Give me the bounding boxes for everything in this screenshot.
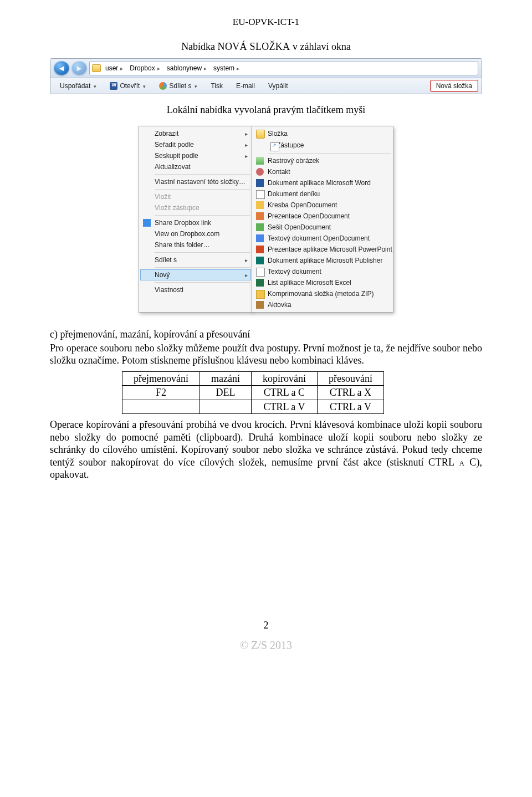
sub-pub[interactable]: Dokument aplikace Microsoft Publisher <box>253 255 392 266</box>
menu-properties[interactable]: Vlastnosti <box>140 284 251 295</box>
menu-dropbox-share[interactable]: Share Dropbox link <box>140 217 251 228</box>
sub-odg[interactable]: Kresba OpenDocument <box>253 200 392 211</box>
textdoc-icon <box>256 234 264 242</box>
share-button[interactable]: Sdílet s <box>153 80 203 92</box>
crumb-user: user <box>103 64 125 72</box>
journal-icon <box>256 190 265 199</box>
print-button[interactable]: Tisk <box>204 80 229 92</box>
sub-ods[interactable]: Sešit OpenDocument <box>253 222 392 233</box>
menu-sort[interactable]: Seřadit podle <box>140 139 251 150</box>
shortcut-table: přejmenování mazání kopírování přesouván… <box>122 371 384 415</box>
section-title-2: Lokální nabídka vyvolaná pravým tlačítke… <box>50 104 482 116</box>
paragraph-1: Pro operace souboru nebo složky můžeme p… <box>50 342 482 367</box>
presentation-icon <box>256 212 264 220</box>
open-button[interactable]: Otevřít <box>104 80 152 92</box>
paragraph-2: Operace kopírování a přesouvání probíhá … <box>50 418 482 481</box>
drawing-icon <box>256 201 264 209</box>
excel-icon <box>256 279 264 287</box>
sub-bitmap[interactable]: Rastrový obrázek <box>253 155 392 166</box>
spreadsheet-icon <box>256 223 264 231</box>
back-button[interactable]: ◄ <box>54 61 69 75</box>
th-rename: přejmenování <box>122 371 200 386</box>
folder-icon <box>256 130 265 139</box>
powerpoint-icon <box>256 246 264 253</box>
crumb-system: system <box>211 64 242 72</box>
menu-share-with[interactable]: Sdílet s <box>140 254 251 265</box>
sub-zip[interactable]: Komprimovaná složka (metoda ZIP) <box>253 288 392 299</box>
footer: © Z/S 2013 <box>50 639 482 652</box>
menu-new[interactable]: Nový <box>140 269 251 280</box>
sub-briefcase[interactable]: Aktovka <box>253 299 392 310</box>
th-move: přesouvání <box>317 371 383 386</box>
sub-ppt[interactable]: Prezentace aplikace Microsoft PowerPoint <box>253 244 392 255</box>
table-header-row: přejmenování mazání kopírování přesouván… <box>122 371 384 386</box>
burn-button[interactable]: Vypálit <box>262 80 294 92</box>
crumb-sablonynew: sablonynew <box>165 64 209 72</box>
menu-paste-shortcut: Vložit zástupce <box>140 202 251 213</box>
context-menu: Zobrazit Seřadit podle Seskupit podle Ak… <box>139 126 253 313</box>
table-row: F2 DEL CTRL a C CTRL a X <box>122 386 384 400</box>
sub-shortcut[interactable]: Zástupce <box>253 139 392 151</box>
item-c: c) přejmenování, mazání, kopírování a př… <box>50 328 482 341</box>
organize-button[interactable]: Uspořádat <box>54 80 103 92</box>
menu-view[interactable]: Zobrazit <box>140 128 251 139</box>
address-bar[interactable]: user Dropbox sablonynew system <box>89 61 478 75</box>
forward-button[interactable]: ► <box>71 61 87 75</box>
menu-dropbox-view[interactable]: View on Dropbox.com <box>140 228 251 239</box>
menu-customize[interactable]: Vlastní nastavení této složky… <box>140 176 251 187</box>
sub-odp[interactable]: Prezentace OpenDocument <box>253 211 392 222</box>
shortcut-icon <box>270 142 279 151</box>
sub-contact[interactable]: Kontakt <box>253 166 392 177</box>
word-icon <box>110 82 117 90</box>
word-icon <box>256 179 264 187</box>
menu-paste: Vložit <box>140 191 251 202</box>
sub-xls[interactable]: List aplikace Microsoft Excel <box>253 277 392 288</box>
sub-txt[interactable]: Textový dokument <box>253 266 392 277</box>
zip-icon <box>256 290 265 299</box>
folder-icon <box>92 64 101 72</box>
publisher-icon <box>256 257 264 264</box>
menu-group[interactable]: Seskupit podle <box>140 150 251 161</box>
th-copy: kopírování <box>251 371 317 386</box>
sub-odt[interactable]: Textový dokument OpenDocument <box>253 233 392 244</box>
bitmap-icon <box>256 157 264 165</box>
context-menu-screenshot: Zobrazit Seřadit podle Seskupit podle Ak… <box>50 126 482 313</box>
contact-icon <box>256 168 264 176</box>
table-row: CTRL a V CTRL a V <box>122 400 384 414</box>
new-submenu: Složka Zástupce Rastrový obrázek Kontakt… <box>252 126 393 313</box>
menu-dropbox-folder[interactable]: Share this folder… <box>140 239 251 251</box>
share-icon <box>159 82 167 90</box>
sub-journal[interactable]: Dokument deníku <box>253 188 392 200</box>
explorer-screenshot: ◄ ► user Dropbox sablonynew system Uspoř… <box>50 58 482 94</box>
sub-folder[interactable]: Složka <box>253 128 392 139</box>
doc-header: EU-OPVK-ICT-1 <box>50 17 482 28</box>
sub-word[interactable]: Dokument aplikace Microsoft Word <box>253 177 392 188</box>
crumb-dropbox: Dropbox <box>127 64 162 72</box>
menu-refresh[interactable]: Aktualizovat <box>140 161 251 172</box>
email-button[interactable]: E-mail <box>230 80 261 92</box>
dropbox-icon <box>143 219 151 227</box>
new-folder-button[interactable]: Nová složka <box>430 80 478 92</box>
section-title-1: Nabídka NOVÁ SLOŽKA v záhlaví okna <box>50 41 482 53</box>
text-icon <box>256 268 265 277</box>
briefcase-icon <box>256 301 264 309</box>
page-number: 2 <box>50 620 482 631</box>
th-delete: mazání <box>200 371 251 386</box>
